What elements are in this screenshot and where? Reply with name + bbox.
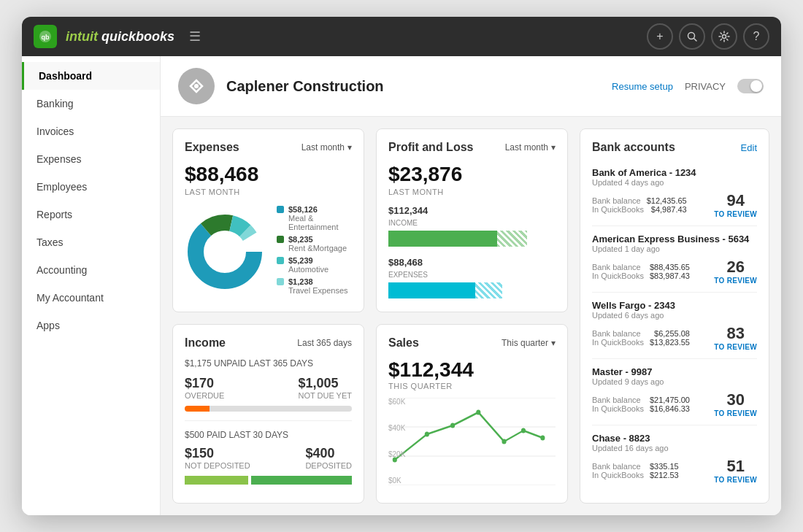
review-badge-2: 26 TO REVIEW [714,258,757,285]
not-deposited-val: $150 [185,446,250,461]
help-button[interactable]: ? [743,23,769,50]
sidebar-item-employees[interactable]: Employees [22,173,160,201]
browser-window: qb intuit quickbooks ☰ + ? [22,17,781,515]
legend-item: $58,126 Meal & Entertainment [277,205,352,231]
legend-name-2: Rent &Mortgage [288,244,347,252]
search-button[interactable] [679,23,705,50]
bank-amounts-5: Bank balance $335.15 In QuickBooks $212.… [592,457,757,484]
pl-income-label: INCOME [388,219,556,227]
svg-point-20 [521,428,526,433]
sidebar-item-invoices[interactable]: Invoices [22,117,160,145]
sidebar-item-reports[interactable]: Reports [22,201,160,228]
not-due-label: NOT DUE YET [298,391,352,400]
to-review-link-4[interactable]: TO REVIEW [714,409,757,417]
to-review-link-3[interactable]: TO REVIEW [714,343,757,351]
sales-card: Sales This quarter ▾ $112,344 THIS QUART… [376,324,568,504]
top-nav: qb intuit quickbooks ☰ + ? [22,17,781,56]
settings-button[interactable] [711,23,737,50]
add-button[interactable]: + [647,23,673,50]
resume-setup-link[interactable]: Resume setup [612,81,673,92]
balance-label: Bank balance [592,462,641,471]
review-count-5: 51 [726,457,744,476]
sidebar-label-my-accountant: My Accountant [36,292,104,304]
main-layout: Dashboard Banking Invoices Expenses Empl… [22,56,781,515]
privacy-toggle[interactable] [737,79,764,93]
bank-amounts-1: Bank balance $12,435.65 In QuickBooks $4… [592,191,757,218]
dropdown-arrow-icon: ▾ [551,338,556,348]
pl-period-selector[interactable]: Last month ▾ [505,142,556,153]
company-avatar [178,68,215,104]
pl-card-header: Profit and Loss Last month ▾ [388,141,556,154]
nav-right: + ? [647,23,769,50]
to-review-link-2[interactable]: TO REVIEW [714,277,757,285]
bank-account-1: Bank of America - 1234 Updated 4 days ag… [592,160,757,226]
qb-balance-row: In QuickBooks $16,846.33 [592,404,690,413]
sidebar-item-my-accountant[interactable]: My Accountant [22,284,160,312]
bank-accounts-title: Bank accounts [592,141,675,154]
bank-balance-row: Bank balance $6,255.08 [592,329,690,338]
svg-point-10 [206,233,244,271]
pl-bars: $112,344 INCOME $88,468 [388,205,556,298]
legend-name-3: Automotive [288,265,328,274]
expenses-donut-chart [185,212,265,292]
bank-card-header: Bank accounts Edit [592,141,757,154]
qb-balance-row: In QuickBooks $83,987.43 [592,271,690,280]
hamburger-menu-icon[interactable]: ☰ [189,28,201,45]
pl-income-amount: $112,344 [388,205,441,216]
bank-balance-col-2: Bank balance $88,435.65 In QuickBooks $8… [592,263,690,280]
balance-label: Bank balance [592,196,641,205]
expenses-amount: $88,468 [185,163,352,186]
to-review-link-1[interactable]: TO REVIEW [714,210,757,218]
content-area: Caplener Construction Resume setup PRIVA… [161,56,781,515]
sales-amount: $112,344 [388,358,556,382]
dashboard-grid: Expenses Last month ▾ $88,468 LAST MONTH [161,117,781,515]
legend-name-4: Travel Expenses [288,286,348,295]
expenses-card: Expenses Last month ▾ $88,468 LAST MONTH [172,128,364,312]
bank-account-3: Wells Fargo - 2343 Updated 6 days ago Ba… [592,293,757,359]
bank-account-2: American Express Business - 5634 Updated… [592,226,757,293]
qb-val-3: $13,823.55 [650,338,690,347]
not-deposited-bar [185,476,248,485]
sidebar-item-banking[interactable]: Banking [22,90,160,117]
company-name: Caplener Construction [226,78,384,95]
sidebar-item-apps[interactable]: Apps [22,312,160,339]
sidebar-item-accounting[interactable]: Accounting [22,256,160,284]
not-due-val: $1,005 [298,376,352,391]
company-actions: Resume setup PRIVACY [612,79,764,93]
deposited-label: DEPOSITED [305,461,352,470]
expenses-legend: $58,126 Meal & Entertainment $8,235 Rent… [277,205,352,298]
expenses-card-header: Expenses Last month ▾ [185,141,352,154]
bank-balance-val-4: $21,475.00 [650,396,690,404]
to-review-link-5[interactable]: TO REVIEW [714,476,757,484]
legend-item: $5,239 Automotive [277,256,352,274]
bank-balance-col-3: Bank balance $6,255.08 In QuickBooks $13… [592,329,690,347]
bank-balance-row: Bank balance $12,435.65 [592,196,687,205]
sidebar-item-expenses[interactable]: Expenses [22,145,160,173]
expenses-period-selector[interactable]: Last month ▾ [301,142,352,153]
pl-amount: $23,876 [388,163,556,186]
review-count-3: 83 [726,324,744,343]
bank-account-5: Chase - 8823 Updated 16 days ago Bank ba… [592,425,757,491]
bank-balance-val-2: $88,435.65 [650,263,690,271]
legend-item: $8,235 Rent &Mortgage [277,235,352,252]
sidebar-item-taxes[interactable]: Taxes [22,228,160,256]
sidebar-label-employees: Employees [36,181,87,193]
svg-line-3 [694,39,697,42]
sidebar-label-banking: Banking [36,98,74,109]
sales-card-header: Sales This quarter ▾ [388,336,556,350]
expenses-sub-label: LAST MONTH [185,188,352,196]
svg-point-18 [476,409,480,415]
edit-link[interactable]: Edit [741,142,757,153]
income-unpaid: $1,175 UNPAID LAST 365 DAYS [185,358,352,369]
bank-account-4: Master - 9987 Updated 9 days ago Bank ba… [592,359,757,425]
qb-balance-row: In QuickBooks $13,823.55 [592,338,690,347]
pl-title: Profit and Loss [388,141,473,154]
sidebar-label-expenses: Expenses [36,153,81,165]
sidebar-item-dashboard[interactable]: Dashboard [22,62,160,90]
logo-area: qb intuit quickbooks [34,25,174,48]
legend-name-1: Meal & Entertainment [288,214,352,231]
sales-title: Sales [388,336,419,350]
svg-point-15 [393,457,397,462]
sales-period-selector[interactable]: This quarter ▾ [502,338,556,348]
income-card: Income Last 365 days $1,175 UNPAID LAST … [172,324,364,504]
